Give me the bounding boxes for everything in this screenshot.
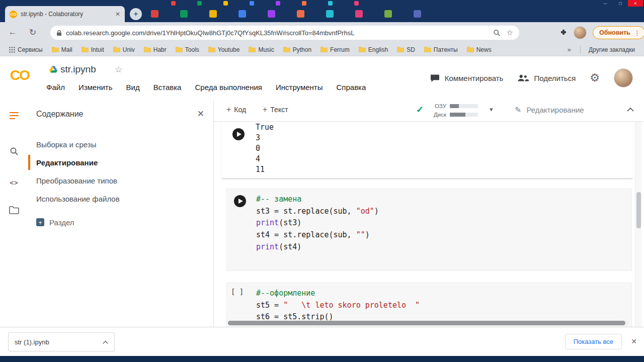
add-section-button[interactable]: + Раздел	[36, 214, 74, 230]
browser-tab-bar: CO str.ipynb - Colaboratory ✕ +	[0, 6, 644, 22]
pencil-icon: ✎	[515, 105, 521, 115]
minimize-button[interactable]: —	[598, 0, 613, 7]
toc-item[interactable]: Редактирование	[28, 153, 213, 171]
folder-icon	[208, 47, 215, 52]
code-snippets-icon[interactable]: <>	[9, 179, 20, 187]
reload-icon[interactable]: ↻	[26, 27, 39, 38]
folder-icon	[467, 47, 474, 52]
maximize-button[interactable]: ▢	[613, 0, 628, 7]
extensions-icon[interactable]	[559, 28, 568, 36]
run-cell-button[interactable]	[234, 195, 246, 207]
bookmark-item[interactable]: Youtube	[204, 45, 244, 54]
bookmark-item[interactable]: Сервисы	[5, 45, 47, 54]
bookmark-item[interactable]: Tools	[172, 45, 203, 54]
zoom-icon[interactable]	[493, 29, 501, 37]
plus-icon: +	[263, 105, 267, 114]
chrome-update-button[interactable]: Обновить ⋮	[593, 26, 644, 39]
menu-item[interactable]: Изменить	[78, 83, 113, 92]
bookmark-item[interactable]: Mail	[48, 45, 76, 54]
toc-list: Выборка и срезыРедактированиеПреобразова…	[28, 135, 213, 208]
url-text[interactable]: colab.research.google.com/drive/1YhlHptO…	[66, 29, 489, 37]
resources-caret-icon[interactable]: ▾	[490, 106, 493, 113]
resources-indicator[interactable]: ОЗУ Диск	[429, 103, 478, 120]
menu-item[interactable]: Справка	[337, 83, 366, 92]
show-all-downloads-button[interactable]: Показать все	[565, 334, 622, 349]
colab-logo[interactable]: CO	[10, 67, 29, 83]
bookmark-label: English	[368, 46, 388, 53]
files-folder-icon[interactable]	[9, 206, 20, 214]
bookmark-item[interactable]: SD	[393, 45, 419, 54]
bookmark-item[interactable]: Ferrum	[316, 45, 354, 54]
settings-gear-icon[interactable]: ⚙	[590, 71, 600, 84]
folder-icon	[52, 47, 59, 52]
close-window-button[interactable]: ✕	[628, 0, 643, 7]
desktop-icon	[171, 1, 176, 6]
bookmark-item[interactable]: Патенты	[420, 45, 462, 54]
bookmark-item[interactable]: Habr	[140, 45, 171, 54]
notebook-cell[interactable]: #-- заменаst3 = st.replace(sub, "od")pri…	[226, 189, 632, 271]
horizontal-scrollbar-thumb[interactable]	[228, 321, 625, 325]
comment-button[interactable]: Комментировать	[430, 74, 504, 82]
bookmarks-overflow-chevron[interactable]: »	[562, 46, 576, 53]
code-line: st4 = st.replace(sub, "")	[256, 229, 379, 241]
address-bar-icons: ☆	[493, 28, 513, 37]
notebook-cell-output[interactable]: True 3 0 4 11	[221, 122, 633, 178]
bookmark-item[interactable]: Univ	[109, 45, 139, 54]
browser-profile-avatar[interactable]	[574, 26, 587, 39]
bookmark-item[interactable]: Python	[279, 45, 315, 54]
download-chevron-icon[interactable]	[103, 340, 108, 344]
downloads-close-icon[interactable]: ✕	[631, 337, 637, 345]
bookmark-item[interactable]: Music	[245, 45, 278, 54]
menu-item[interactable]: Вставка	[153, 83, 182, 92]
menu-item[interactable]: Вид	[126, 83, 140, 92]
code-line: st5 = " \t leto skoro proletelo "	[256, 300, 420, 312]
bookmark-item[interactable]: Intuit	[77, 45, 108, 54]
kebab-menu-icon[interactable]: ⋮	[634, 29, 640, 37]
bookmark-star-icon[interactable]: ☆	[507, 28, 513, 37]
new-tab-button[interactable]: +	[130, 8, 142, 20]
collapse-chevron-icon[interactable]	[627, 107, 634, 112]
bookmark-label: News	[476, 46, 492, 53]
other-bookmarks-button[interactable]: Другие закладки	[585, 45, 639, 54]
desktop-icon	[268, 10, 275, 18]
header-actions: Комментировать Поделиться ⚙	[430, 68, 633, 87]
address-bar[interactable]: colab.research.google.com/drive/1YhlHptO…	[50, 26, 519, 40]
menu-item[interactable]: Среда выполнения	[195, 83, 262, 92]
menu-item[interactable]: Инструменты	[276, 83, 323, 92]
browser-tab[interactable]: CO str.ipynb - Colaboratory ✕	[5, 6, 125, 22]
desktop-icon	[223, 1, 228, 6]
download-item[interactable]: str (1).ipynb	[8, 332, 115, 351]
toc-close-icon[interactable]: ✕	[197, 109, 204, 119]
run-cell-button[interactable]	[232, 128, 245, 140]
folder-icon	[283, 47, 290, 52]
toc-item[interactable]: Преобразование типов	[28, 171, 213, 190]
tab-close-icon[interactable]: ✕	[115, 11, 120, 18]
bookmark-label: Python	[293, 46, 311, 53]
bookmark-item[interactable]: English	[355, 45, 392, 54]
cell-code-editor[interactable]: #-- заменаst3 = st.replace(sub, "od")pri…	[256, 189, 379, 270]
toc-item[interactable]: Выборка и срезы	[28, 135, 213, 153]
horizontal-scrollbar[interactable]	[227, 320, 629, 326]
search-icon[interactable]	[9, 147, 20, 156]
download-filename: str (1).ipynb	[15, 338, 98, 346]
user-avatar[interactable]	[614, 68, 633, 87]
star-notebook-icon[interactable]: ☆	[115, 64, 122, 75]
editing-mode-button[interactable]: ✎ Редактирование	[515, 105, 584, 115]
add-code-button[interactable]: + Код	[226, 105, 246, 114]
play-icon	[237, 132, 242, 137]
add-code-label: Код	[234, 106, 246, 114]
toc-item[interactable]: Использование файлов	[28, 190, 213, 208]
vertical-scrollbar[interactable]	[635, 122, 641, 327]
ram-bar-fill	[450, 104, 459, 108]
toc-icon[interactable]	[9, 112, 20, 120]
back-icon[interactable]: ←	[6, 27, 19, 37]
bookmark-item[interactable]: News	[463, 45, 496, 54]
notebook-title[interactable]: str.ipynb	[60, 64, 96, 75]
cell-exec-count[interactable]: [ ]	[231, 288, 244, 296]
desktop-strip	[0, 0, 644, 6]
vertical-scrollbar-thumb[interactable]	[636, 192, 641, 228]
code-line: print(st3)	[256, 217, 379, 229]
add-text-button[interactable]: + Текст	[263, 105, 288, 114]
menu-item[interactable]: Файл	[46, 83, 65, 92]
share-button[interactable]: Поделиться	[517, 74, 576, 82]
